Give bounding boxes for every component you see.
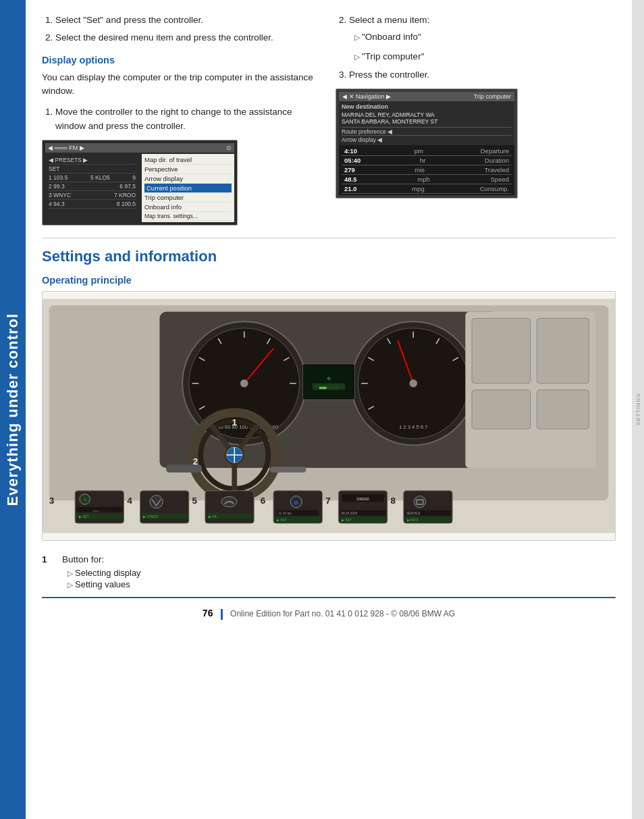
dest-line2: SANTA BARBARA, MONTERREY ST — [342, 118, 512, 125]
svg-text:SERVICE: SERVICE — [406, 512, 421, 515]
page-footer: 76 Online Edition for Part no. 01 41 0 0… — [42, 597, 616, 627]
svg-rect-91 — [472, 318, 531, 383]
svg-text:4: 4 — [127, 496, 132, 506]
nav-screen-body: ◀ PRESETS ▶ SET 1 103.5 5 KLO5 9 2 99.3 — [45, 154, 234, 222]
freq-label: ◀ PRESETS ▶ — [49, 157, 88, 163]
freq-1r: 9 — [132, 174, 136, 181]
svg-text:5: 5 — [192, 496, 198, 506]
step-2: Select the desired menu item and press t… — [55, 31, 322, 45]
svg-rect-93 — [472, 390, 531, 429]
svg-text:⊙: ⊙ — [327, 375, 331, 381]
svg-rect-92 — [537, 318, 589, 383]
freq-display: ◀ PRESETS ▶ SET 1 103.5 5 KLO5 9 2 99.3 — [45, 154, 139, 222]
trip-row-departure: 4:10 pm Departure — [342, 147, 512, 156]
freq-1m: 5 KLO5 — [90, 174, 110, 181]
trip-row-duration: 05:40 hr Duration — [342, 156, 512, 165]
svg-text:▶ SET: ▶ SET — [79, 515, 89, 519]
svg-text:3: 3 — [49, 496, 55, 506]
freq-4r: 8 100.5 — [117, 201, 136, 207]
menu-item-7: Map trans. settings... — [144, 212, 232, 221]
svg-text:2: 2 — [193, 456, 198, 467]
freq-row-3: 3 WNYC 7 KROO — [49, 191, 136, 200]
trip-data-section: 4:10 pm Departure 05:40 hr Duration 279 … — [339, 145, 514, 195]
dashboard-illustration: ⊙ ■■■◦◦◦◦◦ 20 40 60 80 100 120 140 160 1… — [42, 291, 616, 541]
item-1-bullets: Selecting display Setting values — [62, 567, 141, 590]
svg-point-14 — [240, 379, 248, 388]
freq-4l: 4 94.3 — [49, 201, 65, 207]
arrow-disp: Arrow display ◀ — [342, 135, 512, 143]
numbered-list: 1 Button for: Selecting display Setting … — [42, 554, 616, 590]
settings-title: Settings and information — [42, 248, 616, 265]
display-options-heading: Display options — [42, 55, 322, 65]
freq-1l: 1 103.5 — [49, 174, 68, 181]
step-1-text: Select "Set" and press the controller. — [55, 15, 203, 25]
nav-screen-header: ◀ ═══ FM ▶ ⊙ — [45, 143, 234, 153]
item-1-content: Button for: Selecting display Setting va… — [62, 554, 141, 590]
steps-right: Select a menu item: "Onboard info" "Trip… — [336, 14, 616, 82]
svg-text:▶ INFO: ▶ INFO — [407, 519, 419, 522]
step-r-3: Press the controller. — [349, 68, 616, 82]
numbered-item-1: 1 Button for: Selecting display Setting … — [42, 554, 616, 590]
svg-text:08.04.2004: 08.04.2004 — [341, 512, 357, 515]
menu-item-5: Trip computer — [144, 193, 232, 203]
svg-text:▶ OIL: ▶ OIL — [209, 515, 217, 519]
section-divider — [42, 238, 616, 238]
trip-nav-label: ◀ ✕ Navigation ▶ — [342, 93, 391, 100]
menu-item-4-highlighted: Current position — [144, 184, 232, 193]
dest-header: New destination MARINA DEL REY, ADMIRALT… — [339, 101, 514, 145]
svg-rect-27 — [304, 366, 352, 398]
trip-row-traveled: 279 mis Traveled — [342, 165, 512, 175]
display-steps: Move the controller to the right to chan… — [42, 105, 322, 133]
step-r-2-text: Select a menu item: — [349, 15, 429, 25]
svg-text:▶ SET: ▶ SET — [342, 519, 352, 522]
svg-text:⊙: ⊙ — [83, 497, 87, 502]
dest-title: New destination — [342, 103, 512, 110]
dest-line1: MARINA DEL REY, ADMIRALTY WA — [342, 111, 512, 118]
operating-principle-heading: Operating principle — [42, 275, 616, 286]
trip-row-consump: 21.0 mpg Consump. — [342, 184, 512, 194]
svg-text:⊙: ⊙ — [294, 500, 298, 506]
nav-screen-mockup: ◀ ═══ FM ▶ ⊙ ◀ PRESETS ▶ SET 1 103.5 5 K — [42, 140, 238, 226]
freq-row-2: 2 99.3 6 97.5 — [49, 182, 136, 191]
step-2-text: Select the desired menu item and press t… — [55, 32, 273, 43]
svg-rect-94 — [537, 390, 589, 429]
trip-row-speed: 48.5 mph Speed — [342, 175, 512, 184]
menu-item-1: Map dir. of travel — [144, 155, 232, 165]
svg-text:7: 7 — [325, 496, 331, 506]
freq-3l: 3 WNYC — [49, 192, 71, 199]
freq-2r: 6 97.5 — [119, 183, 136, 190]
nav-menu: Map dir. of travel Perspective Arrow dis… — [142, 154, 234, 222]
left-column: Select "Set" and press the controller. S… — [42, 14, 322, 226]
svg-text:■■■◦◦◦◦◦: ■■■◦◦◦◦◦ — [319, 385, 338, 389]
page-number: 76 — [203, 608, 213, 618]
steps-left: Select "Set" and press the controller. S… — [42, 14, 322, 45]
bullet-selecting-display: Selecting display — [68, 567, 141, 579]
chapter-sidebar: Everything under control — [0, 0, 26, 819]
svg-text:8: 8 — [391, 496, 396, 506]
freq-3m: 7 KROO — [114, 192, 136, 199]
trip-screen-header: ◀ ✕ Navigation ▶ Trip computer — [339, 92, 514, 101]
freq-row-1: 1 103.5 5 KLO5 9 — [49, 174, 136, 182]
trip-screen-mockup: ◀ ✕ Navigation ▶ Trip computer New desti… — [336, 88, 518, 199]
step-r-2-bullets: "Onboard info" "Trip computer" — [349, 30, 616, 64]
menu-item-3: Arrow display — [144, 174, 232, 184]
bullet-onboard: "Onboard info" — [354, 30, 616, 45]
svg-point-25 — [409, 379, 417, 388]
freq-set: SET — [49, 165, 136, 174]
footer-text: Online Edition for Part no. 01 41 0 012 … — [230, 609, 455, 618]
step-r-2: Select a menu item: "Onboard info" "Trip… — [349, 14, 616, 64]
menu-item-6: Onboard info — [144, 203, 232, 212]
nav-header-left: ◀ ═══ FM ▶ — [48, 144, 84, 151]
freq-2l: 2 99.3 — [49, 183, 65, 190]
svg-text:100330: 100330 — [356, 497, 369, 501]
nav-header-sub: ⊙ — [226, 144, 232, 151]
bullet-setting-values: Setting values — [68, 579, 141, 590]
svg-text:11 15 am: 11 15 am — [278, 512, 292, 515]
item-1-label: Button for: — [62, 554, 104, 564]
chapter-title: Everything under control — [4, 313, 22, 506]
svg-rect-43 — [270, 467, 306, 473]
svg-text:1: 1 — [232, 417, 238, 427]
freq-set-label: SET — [49, 165, 60, 172]
display-options-body: You can display the computer or the trip… — [42, 71, 322, 99]
svg-text:1  2  3  4  5  6  7: 1 2 3 4 5 6 7 — [399, 424, 428, 430]
